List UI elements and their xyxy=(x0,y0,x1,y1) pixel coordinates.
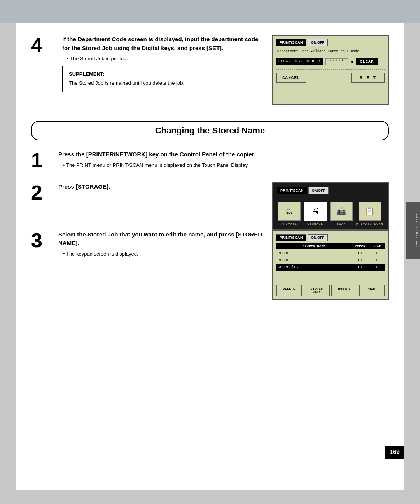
step1-bullet: The PRINT menu or PRINT/SCAN menu is dis… xyxy=(63,162,389,168)
step2-print-scan-btn: PRINT/SCAN xyxy=(277,187,307,194)
step4-left: 4 If the Department Code screen is displ… xyxy=(31,35,264,104)
section-header-title: Changing the Stored Name xyxy=(32,126,388,136)
step3-section: 3 Select the Stored Job that you want to… xyxy=(31,230,389,300)
step3-list-buttons: DELETE STORED NAME MODIFY PRINT xyxy=(276,282,385,296)
step3-lcd-top: PRINT/SCAN ON/OFF xyxy=(276,234,385,241)
modify-button[interactable]: MODIFY xyxy=(331,285,357,296)
step2-title: Press [STORAGE]. xyxy=(58,182,264,191)
step4-bottom-row: CANCEL S E T xyxy=(276,69,385,83)
list-row-1-page: 1 xyxy=(370,251,383,256)
divider xyxy=(31,113,389,113)
step3-text: Select the Stored Job that you want to e… xyxy=(58,230,264,300)
step2-text: Press [STORAGE]. xyxy=(58,182,264,230)
print-button[interactable]: PRINT xyxy=(359,285,385,296)
step4-section: 4 If the Department Code screen is displ… xyxy=(31,35,389,105)
storage-label: STORAGE xyxy=(307,222,323,226)
step2-private-scan-icon[interactable]: 📋 PRIVATE SCAN xyxy=(356,202,383,226)
step4-row: 4 If the Department Code screen is displ… xyxy=(31,35,264,92)
step2-on-off-btn: ON/OFF xyxy=(308,187,329,194)
step4-stars: ***** xyxy=(326,58,348,65)
supplement-box: SUPPLEMENT: The Stored Job is remained u… xyxy=(62,66,264,92)
cancel-button[interactable]: CANCEL xyxy=(276,73,306,83)
list-row-2-paper: LT xyxy=(350,258,370,262)
private-scan-icon: 📋 xyxy=(359,202,381,220)
list-row-1-name: Report xyxy=(278,251,350,256)
step2-number: 2 xyxy=(31,182,51,230)
clear-button[interactable]: CLEAR xyxy=(356,58,378,65)
col-page: PAGE xyxy=(370,244,383,248)
private-label: PRIVATE xyxy=(281,222,297,226)
list-row-3-page: 1 xyxy=(370,265,383,270)
step4-on-off-btn: ON/OFF xyxy=(308,39,328,46)
top-bar xyxy=(0,0,420,23)
col-paper: PAPER xyxy=(350,244,370,248)
storage-icon: 🖨 xyxy=(304,202,327,220)
list-row-1[interactable]: Report LT 1 xyxy=(276,250,385,257)
step1-title: Press the [PRINTER/NETWORK] key on the C… xyxy=(58,150,389,159)
step4-dept-label: DEPARTMENT CODE : xyxy=(276,58,323,65)
list-empty-row xyxy=(276,271,385,279)
step4-title: If the Department Code screen is display… xyxy=(62,35,264,52)
step2-lcd: PRINT/SCAN ON/OFF 🗂 PRIVATE 🖨 STORAGE 📠 … xyxy=(272,182,389,230)
step4-text: If the Department Code screen is display… xyxy=(62,35,264,92)
step3-list-header: STORED NAME PAPER PAGE xyxy=(276,243,385,249)
step4-dept-line: Department Code ▶Please Enter Your Code xyxy=(276,48,385,54)
private-icon: 🗂 xyxy=(278,202,301,220)
list-row-2-page: 1 xyxy=(370,258,383,262)
list-row-3-name: Schedules xyxy=(278,265,350,270)
step4-lcd-top: PRINT/SCAN ON/OFF xyxy=(276,39,385,46)
list-row-1-paper: LT xyxy=(350,251,370,256)
step2-storage-icon[interactable]: 🖨 STORAGE xyxy=(304,202,327,226)
step1-number: 1 xyxy=(31,150,51,170)
list-row-3-paper: LT xyxy=(350,265,370,270)
step2-icons-row: 🗂 PRIVATE 🖨 STORAGE 📠 SCAN 📋 PRIVATE SCA… xyxy=(277,202,384,226)
supplement-title: SUPPLEMENT: xyxy=(69,71,258,77)
list-row-2[interactable]: Report LT 1 xyxy=(276,257,385,264)
step4-print-scan-btn: PRINT/SCAN xyxy=(276,39,306,46)
list-row-3[interactable]: Schedules LT 1 xyxy=(276,264,385,271)
step2-private-icon[interactable]: 🗂 PRIVATE xyxy=(278,202,301,226)
step3-print-scan-btn: PRINT/SCAN xyxy=(276,234,306,241)
supplement-text: The Stored Job is remained until you del… xyxy=(69,79,258,87)
list-row-2-name: Report xyxy=(278,258,350,262)
step1-section: 1 Press the [PRINTER/NETWORK] key on the… xyxy=(31,150,389,173)
step4-code-row: DEPARTMENT CODE : ***** ◀ CLEAR xyxy=(276,58,385,65)
step3-lcd: PRINT/SCAN ON/OFF STORED NAME PAPER PAGE… xyxy=(272,230,389,300)
step3-bullet: The keypad screen is displayed. xyxy=(63,251,264,257)
section-header: Changing the Stored Name xyxy=(31,121,389,140)
page-number: 169 xyxy=(385,446,404,459)
stored-name-button[interactable]: STORED NAME xyxy=(304,285,330,296)
step3-on-off-btn: ON/OFF xyxy=(308,234,328,241)
step4-lcd: PRINT/SCAN ON/OFF Department Code ▶Pleas… xyxy=(272,35,389,105)
step4-arrow: ◀ xyxy=(350,60,354,64)
step2-section: 2 Press [STORAGE]. PRINT/SCAN ON/OFF 🗂 P… xyxy=(31,182,389,230)
step2-lcd-top: PRINT/SCAN ON/OFF xyxy=(277,187,384,194)
step2-scan-icon[interactable]: 📠 SCAN xyxy=(330,202,353,226)
private-scan-label: PRIVATE SCAN xyxy=(356,222,383,226)
step4-number: 4 xyxy=(31,35,51,92)
step3-number: 3 xyxy=(31,230,51,300)
page-content: 4 If the Department Code screen is displ… xyxy=(16,23,404,490)
step4-bullet: The Stored Job is printed. xyxy=(67,56,264,61)
set-button[interactable]: S E T xyxy=(351,73,385,83)
delete-button[interactable]: DELETE xyxy=(276,285,302,296)
col-stored-name: STORED NAME xyxy=(278,244,350,248)
side-tab: Advanced Features xyxy=(406,202,420,259)
step3-title: Select the Stored Job that you want to e… xyxy=(58,230,264,248)
scan-label: SCAN xyxy=(337,222,346,226)
scan-icon: 📠 xyxy=(330,202,353,220)
step1-text: Press the [PRINTER/NETWORK] key on the C… xyxy=(58,150,389,173)
